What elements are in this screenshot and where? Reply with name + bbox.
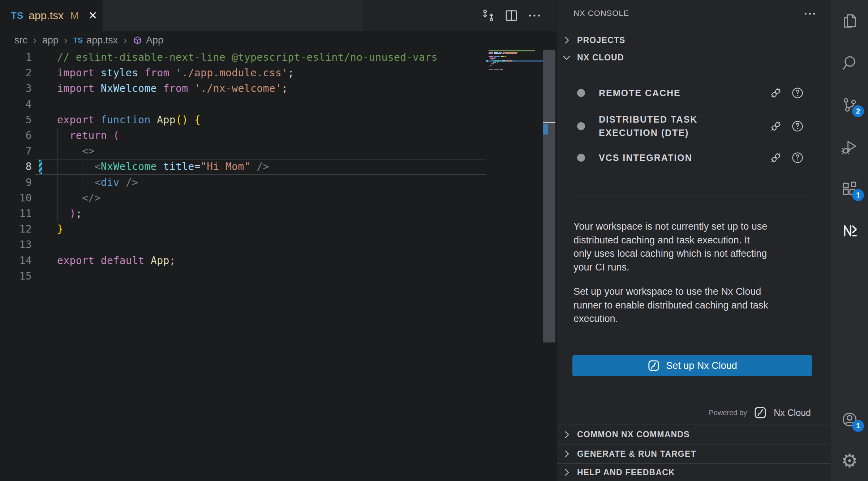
setup-button-label: Set up Nx Cloud [666,360,737,371]
typescript-file-icon: TS [73,36,83,44]
chevron-right-icon [561,448,572,459]
open-changes-icon[interactable] [481,8,496,23]
help-icon[interactable] [791,151,804,164]
minimap-current-line-marker [486,60,488,62]
powered-by: Powered by Nx Cloud [709,406,811,420]
connect-icon[interactable] [769,86,782,99]
code-line-text: </> [57,192,101,204]
powered-by-label: Powered by [709,409,747,417]
code-line-12[interactable]: 12} [0,221,486,237]
code-line-13[interactable]: 13 [0,237,486,252]
breadcrumb-file-label: app.tsx [86,35,118,46]
code-line-3[interactable]: 3import NxWelcome from './nx-welcome'; [0,81,486,96]
line-number: 8 [0,161,32,173]
code-line-6[interactable]: 6 return ( [0,128,486,143]
line-number: 11 [0,208,32,220]
minimap-line [489,62,498,63]
panel-more-actions-icon[interactable] [803,7,817,21]
code-line-14[interactable]: 14export default App; [0,252,486,268]
line-number: 10 [0,192,32,204]
code-line-text: <NxWelcome title="Hi Mom" /> [57,161,269,173]
more-actions-icon[interactable] [527,8,542,23]
code-line-text: import NxWelcome from './nx-welcome'; [57,82,288,94]
code-line-5[interactable]: 5export function App() { [0,112,486,128]
minimap-line [489,60,514,61]
code-line-text: // eslint-disable-next-line @typescript-… [57,51,438,63]
line-number: 1 [0,51,32,63]
breadcrumb: src › app › TS app.tsx › App [0,31,557,49]
powered-by-brand: Nx Cloud [774,408,811,418]
chevron-right-icon [561,35,572,46]
overview-ruler-modified-mark [543,124,548,135]
editor-scrollbar[interactable] [543,50,555,342]
section-projects[interactable]: PROJECTS [557,32,831,48]
help-icon[interactable] [791,120,804,133]
chevron-right-icon [561,467,572,478]
section-nx-cloud[interactable]: NX CLOUD [557,49,831,66]
line-number: 2 [0,67,32,79]
setup-nx-cloud-button[interactable]: Set up Nx Cloud [572,355,812,376]
indent-guide [70,143,70,206]
minimap-line [489,58,496,59]
activitybar-settings-icon[interactable]: ⚙ [841,452,858,469]
code-editor[interactable]: 1// eslint-disable-next-line @typescript… [0,50,486,284]
line-number: 15 [0,270,32,282]
code-line-text: import styles from './app.module.css'; [57,67,294,79]
section-label: HELP AND FEEDBACK [577,468,675,477]
line-number: 13 [0,239,32,251]
feature-label: VCS INTEGRATION [599,151,692,165]
section-generate-run-target[interactable]: GENERATE & RUN TARGET [557,444,831,463]
activitybar-nx-console-icon[interactable] [841,222,858,239]
status-dot [577,154,585,162]
code-line-15[interactable]: 15 [0,268,486,284]
minimap-line [489,59,493,60]
split-editor-icon[interactable] [504,8,519,23]
code-line-9[interactable]: 9 <div /> [0,175,486,190]
code-line-text: ); [57,208,82,220]
breadcrumb-symbol-app[interactable]: App [133,35,163,46]
breadcrumb-src[interactable]: src [14,35,27,46]
code-line-1[interactable]: 1// eslint-disable-next-line @typescript… [0,50,486,65]
breadcrumb-separator: › [64,35,68,46]
breadcrumb-file[interactable]: TS app.tsx [73,35,118,46]
code-line-4[interactable]: 4 [0,97,486,112]
minimap[interactable] [486,50,543,94]
connect-icon[interactable] [769,151,782,164]
overview-ruler-cursor-mark [543,122,555,123]
tab-filename: app.tsx [29,9,64,22]
activitybar-explorer-icon[interactable] [841,12,858,30]
activitybar-accounts-icon[interactable]: 1 [841,411,858,428]
minimap-line [489,50,535,51]
section-common-nx-commands[interactable]: COMMON NX COMMANDS [557,425,831,444]
activitybar-search-icon[interactable] [841,54,858,72]
connect-icon[interactable] [769,120,782,133]
section-label: COMMON NX COMMANDS [577,430,690,439]
feature-label: REMOTE CACHE [599,86,681,100]
activitybar-source-control-icon[interactable]: 2 [841,96,858,114]
status-dot [577,89,585,97]
minimap-line [489,63,494,64]
code-line-text: <> [57,145,95,157]
setup-hint-text: Set up your workspace to use the Nx Clou… [573,285,816,326]
code-line-10[interactable]: 10 </> [0,190,486,206]
tab-close-icon[interactable]: ✕ [88,10,97,21]
tab-app-tsx[interactable]: TS app.tsx M ✕ [0,0,103,31]
line-number: 6 [0,129,32,141]
activitybar-extensions-icon[interactable]: 1 [841,180,858,197]
code-line-7[interactable]: 7 <> [0,143,486,159]
help-icon[interactable] [791,86,804,99]
code-line-8[interactable]: 8 <NxWelcome title="Hi Mom" /> [0,159,486,174]
panel-title: NX CONSOLE [573,9,629,18]
line-number: 4 [0,98,32,110]
workspace-status-text: Your workspace is not currently set up t… [573,220,816,274]
nx-cloud-icon [647,359,660,372]
typescript-file-icon: TS [11,10,23,21]
section-help-and-feedback[interactable]: HELP AND FEEDBACK [557,463,831,481]
activitybar-run-and-debug-icon[interactable] [841,138,858,156]
code-line-11[interactable]: 11 ); [0,206,486,221]
section-label: GENERATE & RUN TARGET [577,449,696,459]
line-number: 14 [0,255,32,267]
breadcrumb-app[interactable]: app [42,35,59,46]
code-line-2[interactable]: 2import styles from './app.module.css'; [0,65,486,81]
line-number: 9 [0,176,32,188]
